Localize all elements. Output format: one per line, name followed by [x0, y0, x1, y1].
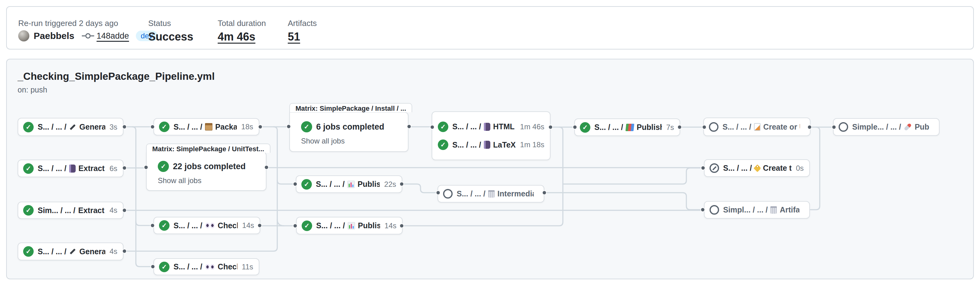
success-icon [438, 122, 448, 132]
job-label-prefix: Simple... / ... / [852, 123, 901, 131]
job-label: S... / ... / Extract configur... [38, 164, 105, 173]
matrix-tab-unittest[interactable]: Matrix: SimplePackage / UnitTest... [146, 144, 270, 153]
job-label: Simpl... / ... / Artifact Cleanup [723, 205, 799, 214]
git-commit-icon [82, 32, 94, 39]
job-label: Sim... / ... / Extract Information [38, 206, 105, 215]
artifacts-count-link[interactable]: 51 [288, 30, 300, 43]
job-label: S... / ... / Check Static Ty... [173, 221, 238, 230]
bar-chart-icon [348, 222, 355, 230]
job-node-generate-pipeline-1[interactable]: S... / ... / Generate pipelin... 3s [18, 118, 124, 136]
show-all-jobs-link[interactable]: Show all jobs [158, 176, 201, 185]
job-label-prefix: S... / ... / [173, 221, 202, 230]
success-icon [23, 122, 33, 133]
job-label-prefix: S... / ... / [38, 123, 66, 131]
rerun-label: Re-run triggered 2 days ago [18, 19, 118, 28]
job-node-publish-gh-pages[interactable]: S... / ... / Publish to GH-P... 7s [574, 118, 680, 136]
tag-icon [753, 164, 761, 172]
job-node-extract-configuration[interactable]: S... / ... / Extract configur... 6s [18, 160, 124, 177]
job-label: S... / ... / Package in Sou... [173, 123, 237, 131]
job-node-publish-pypi[interactable]: Simple... / ... / Publish to PyPI [833, 118, 940, 136]
success-icon [23, 205, 33, 216]
notebook-icon [484, 123, 490, 131]
job-node-generate-pipeline-2[interactable]: S... / ... / Generate pipelin... 4s [18, 243, 124, 261]
job-node-publish-code-coverage[interactable]: S... / ... / Publish Code C... 22s [296, 175, 402, 193]
pending-icon [710, 205, 719, 215]
job-node-check-static-typing[interactable]: S... / ... / Check Static Ty... 14s [153, 217, 260, 234]
job-node-html-documentation[interactable]: S... / ... / HTML Docu... 1m 46s [438, 122, 544, 132]
job-label-name: Generate pipelin... [80, 123, 105, 131]
job-node-extract-information[interactable]: Sim... / ... / Extract Information 4s [18, 201, 124, 219]
job-label-name: HTML Docu... [493, 122, 515, 131]
job-duration: 3s [105, 123, 117, 131]
job-node-intermediate-artifacts[interactable]: S... / ... / Intermediate Artifa... [438, 185, 544, 203]
matrix-group-install[interactable]: 6 jobs completed Show all jobs [289, 112, 409, 152]
job-label: S... / ... / Generate pipelin... [38, 247, 105, 256]
job-node-check-documentation[interactable]: S... / ... / Check docume... 11s [153, 258, 259, 275]
matrix-tab-install[interactable]: Matrix: SimplePackage / Install / ... [289, 103, 412, 112]
job-label: S... / ... / Check docume... [173, 262, 237, 271]
success-icon [580, 122, 590, 133]
job-label-prefix: S... / ... / [452, 122, 481, 131]
success-icon [23, 246, 33, 257]
workflow-title: _Checking_SimplePackage_Pipeline.yml [18, 70, 215, 82]
job-label-prefix: S... / ... / [316, 180, 345, 189]
package-icon [205, 123, 212, 131]
job-label-prefix: Simpl... / ... / [723, 205, 768, 214]
workflow-trigger: on: push [18, 85, 47, 94]
run-summary-card: Re-run triggered 2 days ago Paebbels 148… [6, 6, 974, 50]
job-label-name: Package in Sou... [215, 123, 237, 131]
commit-sha[interactable]: 148adde [97, 31, 129, 41]
job-node-artifact-cleanup[interactable]: Simpl... / ... / Artifact Cleanup [704, 201, 810, 219]
job-duration: 18s [237, 123, 253, 131]
job-label-name: Publish to PyPI [915, 123, 929, 131]
duration-value: 4m 46s [218, 30, 255, 43]
matrix-status-row: 6 jobs completed [301, 121, 408, 133]
matrix-completed-text: 6 jobs completed [316, 122, 384, 132]
job-label: S... / ... / Intermediate Artifa... [457, 189, 534, 198]
success-icon [159, 262, 170, 272]
job-duration: 6s [105, 164, 117, 173]
job-label-prefix: S... / ... / [452, 141, 481, 149]
job-duration: 0s [792, 164, 804, 173]
success-icon [159, 122, 170, 132]
pending-icon [443, 189, 453, 198]
job-label-name: Generate pipelin... [80, 247, 105, 256]
job-label-name: Create tag '${{ in... [763, 164, 792, 173]
job-label-prefix: S... / ... / [594, 123, 623, 132]
job-label-name: Publish Code C... [358, 180, 380, 189]
job-label-name: Intermediate Artifa... [497, 189, 534, 198]
job-label-name: Create or Update R... [763, 123, 800, 131]
job-duration: 1m 18s [515, 141, 544, 149]
actor-name: Paebbels [33, 30, 75, 41]
job-label-prefix: S... / ... / [38, 164, 66, 173]
job-node-latex-documentation[interactable]: S... / ... / LaTeX Docu... 1m 18s [438, 139, 544, 150]
matrix-group-unittest[interactable]: 22 jobs completed Show all jobs [146, 152, 266, 191]
job-node-package-in-source[interactable]: S... / ... / Package in Sou... 18s [153, 118, 259, 136]
matrix-status-row: 22 jobs completed [158, 161, 266, 172]
job-label: S... / ... / LaTeX Docu... [452, 141, 515, 149]
show-all-jobs-link[interactable]: Show all jobs [301, 137, 345, 145]
job-node-publish-test-results[interactable]: S... / ... / Publish Test Re... 14s [296, 217, 402, 235]
status-label: Status [148, 19, 171, 28]
commit-link[interactable]: 148adde [82, 31, 129, 41]
job-label-name: Check Static Ty... [218, 221, 238, 230]
rocket-icon [904, 123, 912, 131]
job-duration: 7s [662, 123, 674, 132]
success-icon [23, 163, 33, 174]
notebook-icon [484, 141, 490, 149]
artifacts-label: Artifacts [288, 19, 317, 28]
job-label: S... / ... / Publish Test Re... [316, 221, 380, 230]
job-label: S... / ... / Publish Code C... [316, 180, 380, 189]
job-node-create-update-release[interactable]: S... / ... / Create or Update R... [703, 118, 810, 136]
job-duration: 14s [238, 221, 254, 230]
avatar [18, 30, 29, 42]
job-duration: 11s [237, 262, 253, 271]
job-label: S... / ... / Generate pipelin... [38, 123, 105, 131]
job-label-name: Artifact Cleanup [780, 205, 799, 214]
status-value: Success [148, 30, 193, 43]
job-duration: 1m 46s [515, 123, 544, 131]
success-icon [301, 121, 312, 133]
job-label: S... / ... / Publish to GH-P... [594, 123, 662, 132]
job-duration: 4s [105, 206, 117, 215]
job-node-create-tag[interactable]: S... / ... / Create tag '${{ in... 0s [704, 159, 810, 177]
